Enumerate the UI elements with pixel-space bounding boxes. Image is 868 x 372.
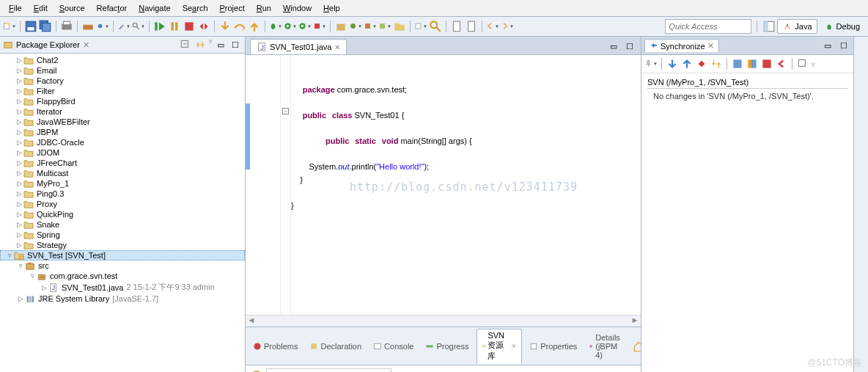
close-svn-tab-icon[interactable]: ✕	[511, 343, 517, 350]
java-file-node[interactable]: ▷JSVN_Test01.java 2 15-1-2 下午9:33 admin	[0, 281, 245, 293]
view-menu-icon[interactable]: ▽	[209, 38, 213, 51]
editor-body[interactable]: − package com.grace.svn.test; public cla…	[246, 55, 641, 315]
terminate-icon[interactable]	[183, 20, 196, 33]
debug-icon[interactable]: ▼	[269, 20, 282, 33]
menu-refactor[interactable]: Refactor	[91, 1, 133, 15]
project-node[interactable]: ▷Filter	[0, 86, 245, 96]
suspend-icon[interactable]	[168, 20, 181, 33]
sync-pin-icon[interactable]: ▼	[644, 57, 658, 70]
sync-max-icon[interactable]: ☐	[837, 39, 850, 52]
back-icon[interactable]: ▼	[486, 20, 499, 33]
editor-maximize-icon[interactable]: ☐	[623, 40, 636, 54]
sync-min-icon[interactable]: ▭	[821, 39, 834, 52]
project-node[interactable]: ▷MyPro_1	[0, 178, 245, 189]
forward-icon[interactable]: ▼	[501, 20, 514, 33]
new-enum-icon[interactable]: ▼	[378, 20, 391, 33]
project-svntest[interactable]: ▿SVN_Test [SVN_Test]	[0, 250, 245, 260]
perspective-java[interactable]: Java	[777, 19, 817, 34]
svn-url[interactable]: https://5h9j8h2uxeagit3/svn/Test	[266, 368, 391, 372]
sync-menu-icon[interactable]: ▽	[812, 62, 815, 67]
run-icon[interactable]: ▼	[284, 20, 297, 33]
sync-tab[interactable]: Synchronize ✕	[644, 39, 719, 52]
tab-progress[interactable]: Progress	[421, 340, 473, 352]
project-node[interactable]: ▷Iterator	[0, 106, 245, 117]
close-view-icon[interactable]: ✕	[83, 40, 89, 50]
project-node[interactable]: ▷Email	[0, 65, 245, 76]
editor-hscroll[interactable]: ◄►	[246, 315, 641, 327]
new-class-icon[interactable]: ▼	[349, 20, 362, 33]
menu-help[interactable]: Help	[317, 1, 346, 15]
update-all-icon[interactable]	[731, 57, 744, 70]
external-tools-icon[interactable]: ▼	[313, 20, 326, 33]
tab-declaration[interactable]: Declaration	[305, 340, 366, 352]
fold-bar[interactable]: −	[281, 55, 291, 315]
package-tree[interactable]: ▷Chat2▷Email▷Factory▷Filter▷FlappyBird▷I…	[0, 54, 245, 372]
tab-problems[interactable]: Problems	[249, 340, 302, 352]
src-folder[interactable]: ▿src	[0, 260, 245, 271]
menu-search[interactable]: Search	[177, 1, 214, 15]
tab-details[interactable]: Details (jBPM 4)	[584, 332, 629, 361]
search-icon[interactable]	[429, 20, 442, 33]
resume-icon[interactable]	[153, 20, 166, 33]
menu-navigate[interactable]: Navigate	[133, 1, 176, 15]
quick-access-input[interactable]	[665, 19, 751, 34]
minimize-icon[interactable]: ▭	[214, 38, 227, 51]
both-icon[interactable]	[710, 57, 723, 70]
print-icon[interactable]	[60, 20, 73, 33]
project-node[interactable]: ▷Ping0.3	[0, 189, 245, 199]
toggle-breakpoint-icon[interactable]: ▼	[96, 20, 109, 33]
menu-project[interactable]: Project	[214, 1, 251, 15]
override-icon[interactable]	[760, 57, 773, 70]
project-node[interactable]: ▷JDOM	[0, 147, 245, 158]
project-node[interactable]: ▷Chat2	[0, 55, 245, 65]
close-sync-icon[interactable]: ✕	[707, 41, 714, 51]
incoming-icon[interactable]	[666, 57, 679, 70]
build-icon[interactable]	[81, 20, 95, 33]
perspective-debug[interactable]: Debug	[819, 19, 865, 34]
tab-properties[interactable]: Properties	[525, 340, 581, 352]
commit-all-icon[interactable]	[746, 57, 759, 70]
annotation-icon[interactable]	[465, 20, 478, 33]
project-node[interactable]: ▷JDBC-Oracle	[0, 137, 245, 147]
expand-icon[interactable]	[796, 57, 809, 70]
project-node[interactable]: ▷Snake	[0, 219, 245, 230]
project-node[interactable]: ▷Strategy	[0, 240, 245, 250]
package-node[interactable]: ▿com.grace.svn.test	[0, 271, 245, 281]
toggle-mark-icon[interactable]	[450, 20, 463, 33]
wizard-icon[interactable]: ▼	[117, 20, 130, 33]
editor-tab-svntest01[interactable]: J SVN_Test01.java ✕	[250, 39, 347, 54]
menu-window[interactable]: Window	[277, 1, 317, 15]
close-tab-icon[interactable]: ✕	[334, 43, 340, 51]
menu-run[interactable]: Run	[251, 1, 277, 15]
tab-console[interactable]: Console	[369, 340, 418, 352]
menu-source[interactable]: Source	[54, 1, 91, 15]
open-task-icon[interactable]: ▼	[414, 20, 427, 33]
step-return-icon[interactable]	[248, 20, 261, 33]
project-node[interactable]: ▷JFreeChart	[0, 158, 245, 168]
fold-toggle-icon[interactable]: −	[282, 108, 289, 114]
editor-minimize-icon[interactable]: ▭	[607, 40, 620, 54]
project-node[interactable]: ▷JBPM	[0, 127, 245, 137]
link-editor-icon[interactable]	[194, 38, 207, 51]
disconnect-icon[interactable]	[197, 20, 210, 33]
step-over-icon[interactable]	[233, 20, 246, 33]
project-node[interactable]: ▷JavaWEBFilter	[0, 117, 245, 127]
conflict-icon[interactable]	[695, 57, 708, 70]
save-all-icon[interactable]	[39, 20, 52, 33]
maximize-icon[interactable]: ☐	[229, 38, 242, 51]
project-node[interactable]: ▷FlappyBird	[0, 96, 245, 106]
save-icon[interactable]	[24, 20, 37, 33]
new-folder-icon[interactable]	[393, 20, 406, 33]
project-node[interactable]: ▷Multicast	[0, 168, 245, 178]
menu-file[interactable]: File	[3, 1, 28, 15]
menu-edit[interactable]: Edit	[28, 1, 54, 15]
open-type-icon[interactable]: ▼	[132, 20, 145, 33]
trim-stack[interactable]	[853, 37, 868, 372]
run-last-icon[interactable]: ▼	[298, 20, 312, 33]
sync-back-icon[interactable]	[775, 57, 788, 70]
new-package-icon[interactable]	[334, 20, 347, 33]
tab-svn-repo[interactable]: SVN 资源库✕	[477, 329, 523, 364]
project-node[interactable]: ▷Proxy	[0, 199, 245, 209]
collapse-all-icon[interactable]	[179, 38, 192, 51]
code-area[interactable]: package com.grace.svn.test; public class…	[291, 55, 641, 315]
